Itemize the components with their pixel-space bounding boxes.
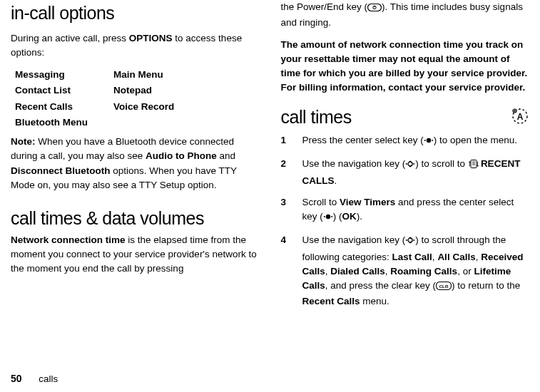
view-timers-label: View Timers xyxy=(340,197,395,207)
page-body: in-call options During an active call, p… xyxy=(0,0,540,363)
network-connection-term: Network connection time xyxy=(11,234,126,245)
svg-rect-16 xyxy=(471,160,477,168)
opt-voice-record: Voice Record xyxy=(109,99,195,115)
table-row: Bluetooth Menu xyxy=(11,115,195,130)
step-number: 2 xyxy=(281,157,287,171)
call-times-heading: call times xyxy=(281,104,530,131)
steps-list: 1 Press the center select key ( ) to ope… xyxy=(281,133,530,309)
ok-label: OK xyxy=(342,211,357,222)
navigation-key-icon xyxy=(405,159,415,173)
note-paragraph: Note: When you have a Bluetooth device c… xyxy=(11,135,260,192)
power-end-key-icon xyxy=(367,1,382,16)
svg-marker-26 xyxy=(409,237,412,238)
s4g: menu. xyxy=(360,296,389,306)
s4d: , and press the clear key ( xyxy=(325,280,436,291)
s2b: ) to scroll to xyxy=(415,158,468,169)
s3a: Scroll to xyxy=(302,197,340,207)
center-select-key-icon xyxy=(323,212,333,226)
opt-notepad: Notepad xyxy=(109,83,195,98)
navigation-key-icon xyxy=(405,235,415,249)
svg-point-23 xyxy=(408,238,412,242)
page-footer: 50 calls xyxy=(11,371,58,386)
svg-marker-27 xyxy=(409,242,412,244)
call-times-data-volumes-heading: call times & data volumes xyxy=(11,208,260,229)
page-number: 50 xyxy=(11,373,22,384)
s4a: Use the navigation key ( xyxy=(302,234,406,245)
step-number: 4 xyxy=(281,233,287,247)
svg-point-8 xyxy=(427,138,431,143)
svg-point-9 xyxy=(424,140,426,141)
step-number: 1 xyxy=(281,133,287,148)
roaming-calls-label: Roaming Calls xyxy=(390,266,457,277)
opt-main-menu: Main Menu xyxy=(109,67,195,83)
recent-calls-menu-icon xyxy=(468,159,479,173)
opt-recent-calls: Recent Calls xyxy=(11,99,109,115)
billing-warning: The amount of network connection time yo… xyxy=(281,38,530,96)
all-calls-label: All Calls xyxy=(437,252,475,262)
svg-point-22 xyxy=(331,216,332,217)
recent-calls-menu-label: Recent Calls xyxy=(302,296,360,306)
svg-marker-15 xyxy=(409,166,412,167)
opt-contact-list: Contact List xyxy=(11,83,109,98)
svg-point-11 xyxy=(408,162,412,166)
svg-text:A: A xyxy=(517,111,524,121)
svg-point-10 xyxy=(432,140,433,141)
step-1: 1 Press the center select key ( ) to ope… xyxy=(281,133,530,150)
svg-point-21 xyxy=(324,216,325,217)
opt-bluetooth-menu: Bluetooth Menu xyxy=(11,115,109,130)
s1b: ) to open the menu. xyxy=(434,135,517,145)
right-column: the Power/End key ( ). This time include… xyxy=(281,0,530,363)
empty-cell xyxy=(109,115,195,130)
svg-point-20 xyxy=(326,215,330,219)
intro-text-pre: During an active call, press xyxy=(11,33,129,43)
step-3: 3 Scroll to View Timers and press the ce… xyxy=(281,195,530,227)
s2d: . xyxy=(335,175,337,186)
p1a: the Power/End key ( xyxy=(281,1,368,12)
advanced-feature-icon: A xyxy=(511,107,529,125)
note-and: and xyxy=(217,150,235,161)
power-end-paragraph: the Power/End key ( ). This time include… xyxy=(281,0,530,31)
note-label: Note: xyxy=(11,136,36,147)
svg-point-24 xyxy=(406,239,407,241)
s2a: Use the navigation key ( xyxy=(302,158,406,169)
table-row: Contact List Notepad xyxy=(11,83,195,98)
last-call-label: Last Call xyxy=(392,252,432,262)
audio-to-phone-label: Audio to Phone xyxy=(146,150,217,161)
s3f: ). xyxy=(357,211,362,222)
disconnect-bluetooth-label: Disconnect Bluetooth xyxy=(11,165,111,176)
options-table: Messaging Main Menu Contact List Notepad… xyxy=(11,67,195,130)
svg-marker-14 xyxy=(409,160,412,162)
step-number: 3 xyxy=(281,195,287,210)
network-connection-paragraph: Network connection time is the elapsed t… xyxy=(11,233,260,277)
opt-messaging: Messaging xyxy=(11,67,109,83)
center-select-key-icon xyxy=(424,135,434,150)
table-row: Messaging Main Menu xyxy=(11,67,195,83)
s1a: Press the center select key ( xyxy=(302,135,424,145)
footer-section-label: calls xyxy=(39,373,58,384)
s3d: ) ( xyxy=(333,211,342,222)
step-2: 2 Use the navigation key ( ) to scroll t… xyxy=(281,157,530,188)
left-column: in-call options During an active call, p… xyxy=(11,0,260,363)
dialed-calls-label: Dialed Calls xyxy=(330,266,385,277)
options-key-label: OPTIONS xyxy=(129,33,173,43)
s4e: ) to return to the xyxy=(452,280,520,291)
table-row: Recent Calls Voice Record xyxy=(11,99,195,115)
in-call-options-heading: in-call options xyxy=(11,0,260,27)
svg-text:CLR: CLR xyxy=(439,284,449,289)
step-4: 4 Use the navigation key ( ) to scroll t… xyxy=(281,233,530,309)
clear-key-icon: CLR xyxy=(436,280,452,294)
svg-point-12 xyxy=(406,163,407,165)
in-call-intro: During an active call, press OPTIONS to … xyxy=(11,31,260,61)
